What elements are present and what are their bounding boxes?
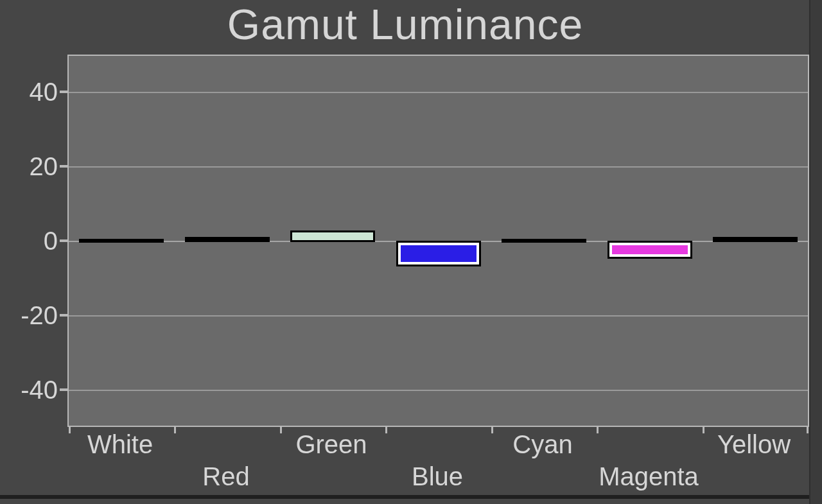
x-label: Blue: [412, 462, 463, 491]
gamut-luminance-chart: Gamut Luminance 40 20 0 -20 -40: [0, 0, 822, 504]
x-tick: [385, 426, 387, 433]
y-tick-label: 40: [0, 78, 58, 107]
x-label: White: [87, 430, 153, 459]
x-label: Yellow: [717, 430, 791, 459]
x-tick: [280, 426, 282, 433]
x-tick: [703, 426, 704, 433]
x-tick: [807, 426, 809, 433]
bar-green: [290, 230, 375, 242]
y-tick: [60, 388, 67, 391]
bar-cyan: [502, 239, 586, 243]
bar-white: [79, 239, 164, 243]
gridline: [69, 315, 808, 317]
bar-blue: [396, 241, 481, 266]
plot-area: [67, 55, 809, 427]
x-tick: [597, 426, 599, 433]
panel-bottom-rule: [0, 495, 822, 499]
x-label: Red: [202, 462, 249, 491]
bar-yellow: [713, 237, 798, 242]
y-tick: [60, 91, 67, 93]
gridline: [69, 390, 808, 391]
bar-red: [185, 237, 270, 242]
x-label: Magenta: [599, 462, 699, 491]
x-tick: [69, 426, 71, 433]
x-tick: [174, 426, 176, 433]
y-tick-label: 20: [0, 152, 58, 181]
x-label: Cyan: [512, 430, 572, 459]
gridline: [69, 92, 808, 93]
y-tick: [60, 314, 67, 317]
x-tick: [491, 426, 493, 433]
x-label: Green: [295, 430, 367, 459]
y-tick: [60, 239, 67, 242]
y-tick-label: 0: [0, 227, 58, 256]
bar-magenta: [608, 241, 692, 259]
panel-right-edge: [809, 0, 822, 504]
y-tick: [60, 165, 67, 168]
y-tick-label: -40: [0, 376, 58, 404]
chart-title: Gamut Luminance: [0, 0, 810, 49]
gridline: [69, 166, 808, 168]
y-tick-label: -20: [0, 301, 58, 330]
